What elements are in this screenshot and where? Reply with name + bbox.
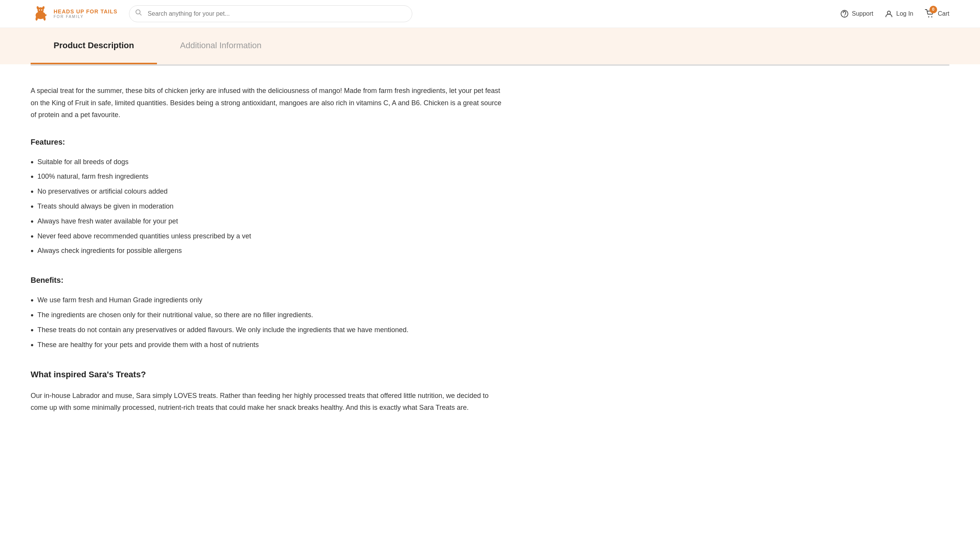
- svg-point-14: [928, 16, 929, 18]
- login-link[interactable]: Log In: [885, 9, 913, 19]
- list-item: No preservatives or artificial colours a…: [31, 184, 505, 199]
- list-item: Never feed above recommended quantities …: [31, 229, 505, 244]
- svg-point-8: [41, 10, 42, 11]
- list-item: We use farm fresh and Human Grade ingred…: [31, 293, 505, 308]
- svg-point-7: [39, 10, 40, 11]
- site-header: HEADS UP FOR TAILS FOR FAMILY Support Lo…: [0, 0, 980, 28]
- content-area: A special treat for the summer, these bi…: [0, 66, 536, 444]
- list-item: 100% natural, farm fresh ingredients: [31, 170, 505, 184]
- tab-additional-information[interactable]: Additional Information: [157, 28, 284, 64]
- logo[interactable]: HEADS UP FOR TAILS FOR FAMILY: [31, 4, 118, 24]
- list-item: Suitable for all breeds of dogs: [31, 155, 505, 170]
- search-input[interactable]: [129, 5, 412, 22]
- login-label: Log In: [896, 9, 913, 19]
- search-bar: [129, 5, 412, 22]
- benefits-list: We use farm fresh and Human Grade ingred…: [31, 293, 505, 352]
- support-link[interactable]: Support: [840, 9, 873, 19]
- sara-paragraph: Our in-house Labrador and muse, Sara sim…: [31, 390, 505, 414]
- tabs: Product Description Additional Informati…: [31, 28, 949, 64]
- list-item: Always have fresh water available for yo…: [31, 214, 505, 229]
- tabs-container: Product Description Additional Informati…: [0, 28, 980, 64]
- list-item: Treats should always be given in moderat…: [31, 199, 505, 214]
- sara-heading: What inspired Sara's Treats?: [31, 368, 505, 381]
- support-label: Support: [852, 9, 873, 19]
- list-item: The ingredients are chosen only for thei…: [31, 308, 505, 323]
- search-icon: [135, 8, 142, 20]
- svg-point-15: [931, 16, 932, 18]
- list-item: These are healthy for your pets and prov…: [31, 338, 505, 353]
- list-item: Always check ingredients for possible al…: [31, 244, 505, 259]
- support-icon: [840, 10, 849, 18]
- cart-count-badge: 0: [929, 6, 937, 13]
- svg-point-13: [887, 11, 890, 14]
- cart-label: Cart: [938, 9, 949, 19]
- product-intro: A special treat for the summer, these bi…: [31, 85, 505, 121]
- features-heading: Features:: [31, 136, 505, 148]
- svg-line-10: [139, 13, 141, 15]
- logo-text: HEADS UP FOR TAILS FOR FAMILY: [54, 9, 118, 19]
- user-icon: [885, 10, 893, 18]
- logo-icon: [31, 4, 51, 24]
- logo-sub-title: FOR FAMILY: [54, 15, 118, 19]
- cart-link[interactable]: 0 Cart: [925, 9, 949, 19]
- features-list: Suitable for all breeds of dogs 100% nat…: [31, 155, 505, 259]
- tab-product-description[interactable]: Product Description: [31, 28, 157, 64]
- benefits-heading: Benefits:: [31, 274, 505, 286]
- header-actions: Support Log In 0 Cart: [840, 9, 949, 19]
- svg-point-12: [844, 16, 845, 16]
- list-item: These treats do not contain any preserva…: [31, 323, 505, 338]
- logo-main-title: HEADS UP FOR TAILS: [54, 9, 118, 15]
